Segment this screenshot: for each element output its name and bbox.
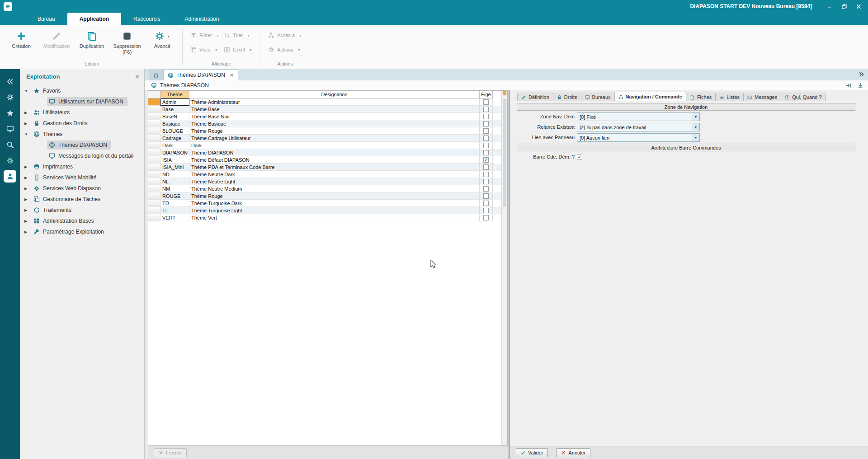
panel-tab[interactable]: Navigation / Commande (614, 92, 686, 101)
fige-column-header[interactable]: Figé (480, 91, 493, 98)
menu-tab[interactable]: Bureau (25, 13, 67, 25)
tab-overflow-button[interactable] (859, 71, 864, 79)
fige-cell[interactable] (480, 214, 493, 221)
theme-cell[interactable]: ROUGE (160, 192, 189, 200)
fige-cell[interactable] (480, 164, 493, 171)
creation-button[interactable]: Création (4, 27, 39, 61)
table-row[interactable]: Cadrage Thème Cadrage Utilisateur (148, 135, 507, 142)
designation-cell[interactable]: Thème PDA et Terminaux Code Barre (189, 164, 480, 171)
row-selector[interactable] (148, 207, 160, 214)
table-row[interactable]: TD Thème Turquoise Dark (148, 200, 507, 207)
filtrer-button[interactable]: Filtrer ▼ (190, 32, 219, 39)
tree-item[interactable]: ▼ Thèmes (20, 129, 144, 140)
table-row[interactable]: NL Thème Neutre Light (148, 178, 507, 185)
fige-cell[interactable] (480, 106, 493, 113)
row-selector[interactable] (148, 185, 160, 192)
tree-item[interactable]: ▶ Paramétrage Exploitation (20, 226, 144, 237)
valider-button[interactable]: Valider (516, 448, 548, 457)
designation-cell[interactable]: Thème Défaut DIAPASON (189, 156, 480, 164)
table-row[interactable]: Base Thème Base (148, 106, 507, 113)
tree-item[interactable]: ▶ Services Web Mobilité (20, 172, 144, 183)
designation-cell[interactable]: Thème Vert (189, 214, 480, 221)
dropdown-caret-icon[interactable]: ▼ (167, 35, 170, 38)
lien-avec-panneau-select[interactable]: [0] Aucun lien ▼ (577, 133, 700, 142)
actions-button[interactable]: Actions ▼ (268, 46, 302, 53)
fige-checkbox[interactable] (483, 99, 489, 105)
fige-cell[interactable] (480, 120, 493, 127)
dock-down-icon[interactable] (857, 82, 863, 89)
expand-arrow-icon[interactable]: ▼ (24, 89, 32, 93)
designation-cell[interactable]: Thème Base Noir (189, 113, 480, 120)
fige-cell[interactable] (480, 171, 493, 178)
theme-cell[interactable]: Basique (160, 120, 189, 127)
tree-item[interactable]: ▶ Gestionnaire de Tâches (20, 194, 144, 205)
excel-button[interactable]: Excel ▼ (224, 46, 252, 53)
fige-checkbox[interactable] (483, 128, 489, 134)
panel-tab[interactable]: Définition (517, 93, 553, 101)
fige-cell[interactable] (480, 142, 493, 149)
dropdown-caret-icon[interactable]: ▼ (216, 34, 219, 37)
fige-checkbox[interactable] (483, 150, 489, 155)
table-row[interactable]: BLOUGE Thème Rouge (148, 127, 507, 135)
duplication-button[interactable]: Duplication (74, 27, 109, 61)
panel-tab[interactable]: Droits (553, 93, 581, 101)
expand-arrow-icon[interactable]: ▶ (24, 208, 32, 212)
menu-tab[interactable]: Application (67, 13, 121, 25)
row-selector[interactable] (148, 98, 160, 106)
table-row[interactable]: TL Thème Turquoise Light (148, 207, 507, 214)
row-selector[interactable] (148, 164, 160, 171)
panel-splitter[interactable] (509, 90, 509, 459)
designation-cell[interactable]: Thème Rouge (189, 127, 480, 135)
expand-arrow-icon[interactable]: ▶ (24, 122, 32, 126)
table-row[interactable]: ND Thème Neutre Dark (148, 171, 507, 178)
designation-cell[interactable]: Thème Basique (189, 120, 480, 127)
barre-cde-dem-checkbox[interactable] (577, 154, 582, 159)
tree-item[interactable]: Messages du login et du portail (20, 150, 144, 161)
favorites-button[interactable] (4, 107, 16, 119)
acces-a-button[interactable]: Accès à ▼ (268, 32, 302, 39)
table-row[interactable]: NM Thème Neutre Medium (148, 185, 507, 192)
row-selector[interactable] (148, 142, 160, 149)
desktop-button[interactable] (4, 122, 16, 135)
tree-item[interactable]: ▶ Gestion des Droits (20, 118, 144, 129)
tree-item[interactable]: Utilisateurs sur DIAPASON (20, 96, 144, 107)
expand-arrow-icon[interactable]: ▶ (24, 165, 32, 169)
fige-checkbox[interactable] (483, 208, 489, 213)
designation-cell[interactable]: Thème Rouge (189, 192, 480, 200)
panel-tab[interactable]: Bureaux (581, 93, 615, 101)
fige-cell[interactable] (480, 192, 493, 200)
tree-item[interactable]: ▶ Services Web Diapason (20, 183, 144, 194)
table-row[interactable]: Dark Dark (148, 142, 507, 149)
combo-arrow-icon[interactable]: ▼ (692, 113, 699, 121)
fige-checkbox[interactable] (483, 201, 489, 206)
theme-cell[interactable]: VERT (160, 214, 189, 221)
scrollbar-thumb[interactable] (503, 99, 506, 206)
fige-checkbox[interactable] (483, 121, 489, 126)
fige-checkbox[interactable] (483, 157, 489, 163)
panel-tab[interactable]: Listes (715, 93, 744, 101)
designation-cell[interactable]: Thème Neutre Dark (189, 171, 480, 178)
table-row[interactable]: ROUGE Thème Rouge (148, 192, 507, 200)
designation-cell[interactable]: Thème Turquoise Dark (189, 200, 480, 207)
dropdown-caret-icon[interactable]: ▼ (247, 34, 250, 37)
combo-arrow-icon[interactable]: ▼ (692, 134, 699, 141)
table-row[interactable]: Admin Thème Administrateur (148, 98, 507, 106)
designation-cell[interactable]: Thème Neutre Medium (189, 185, 480, 192)
fige-cell[interactable] (480, 200, 493, 207)
row-selector[interactable] (148, 171, 160, 178)
theme-cell[interactable]: ISIA (160, 156, 189, 164)
row-selector[interactable] (148, 135, 160, 142)
menu-tab[interactable]: Administration (172, 13, 231, 25)
fige-cell[interactable] (480, 135, 493, 142)
tree-item[interactable]: ▶ Administration Bases (20, 215, 144, 226)
fige-cell[interactable] (480, 178, 493, 185)
table-row[interactable]: DIAPASON Thème DIAPASON (148, 149, 507, 156)
designation-cell[interactable]: Thème Base (189, 106, 480, 113)
designation-cell[interactable]: Dark (189, 142, 480, 149)
fige-cell[interactable] (480, 127, 493, 135)
theme-cell[interactable]: TD (160, 200, 189, 207)
theme-cell[interactable]: TL (160, 207, 189, 214)
fige-cell[interactable] (480, 207, 493, 214)
tree-item[interactable]: Thèmes DIAPASON (20, 140, 144, 150)
row-selector[interactable] (148, 156, 160, 164)
